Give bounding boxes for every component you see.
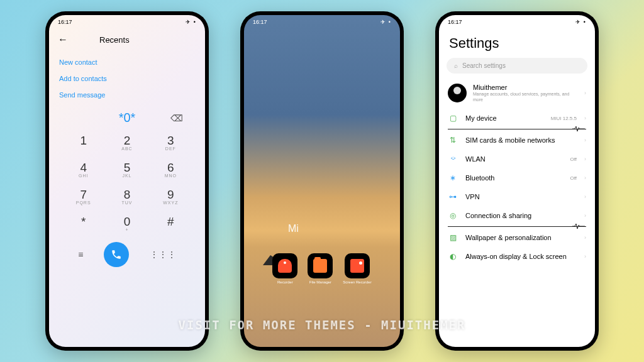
setting-row-vpn[interactable]: ⊶ VPN ›	[439, 187, 595, 206]
setting-icon: ⊶	[448, 192, 458, 201]
dialpad-key-2[interactable]: 2ABC	[105, 129, 148, 156]
dialpad-key-3[interactable]: 3DEF	[149, 129, 192, 156]
section-divider	[448, 129, 586, 129]
chevron-right-icon: ›	[584, 156, 586, 162]
settings-title: Settings	[439, 29, 595, 58]
dialpad-key-8[interactable]: 8TUV	[105, 183, 148, 210]
chevron-right-icon: ›	[584, 115, 586, 121]
status-time: 16:17	[448, 19, 462, 25]
search-input[interactable]: ⌕ Search settings	[447, 58, 587, 74]
chevron-right-icon: ›	[584, 212, 586, 219]
backspace-icon[interactable]: ⌫	[170, 113, 183, 123]
status-icons-right: ✈ •	[186, 19, 196, 25]
chevron-right-icon: ›	[584, 137, 586, 143]
dialpad-key-4[interactable]: 4GHI	[62, 156, 105, 183]
dialpad-key-6[interactable]: 6MNO	[149, 156, 192, 183]
status-bar: 16:17 ✈ •	[244, 15, 400, 29]
new-contact-link[interactable]: New contact	[59, 54, 195, 70]
setting-icon: ◎	[448, 211, 458, 220]
setting-row-bluetooth[interactable]: ∗ Bluetooth Off ›	[439, 168, 595, 187]
setting-icon: ⌔	[448, 155, 458, 163]
dialpad-key-9[interactable]: 9WXYZ	[149, 183, 192, 210]
search-icon: ⌕	[454, 62, 458, 69]
add-to-contacts-link[interactable]: Add to contacts	[59, 70, 195, 87]
chevron-right-icon: ›	[584, 175, 586, 181]
account-desc: Manage accounts, cloud services, payment…	[473, 91, 578, 102]
recorder-icon	[278, 259, 292, 273]
setting-row-connection-sharing[interactable]: ◎ Connection & sharing ›	[439, 206, 595, 225]
setting-icon: ▢	[448, 114, 458, 123]
dialed-number: *0*	[119, 107, 136, 129]
setting-row-wlan[interactable]: ⌔ WLAN Off ›	[439, 150, 595, 168]
back-icon[interactable]: ←	[58, 34, 68, 45]
setting-row-my-device[interactable]: ▢ My device MIUI 12.5.5 ›	[439, 109, 595, 128]
app-screen-recorder[interactable]: Screen Recorder	[343, 253, 371, 284]
app-file-manager[interactable]: File Manager	[308, 253, 333, 284]
setting-icon: ∗	[448, 173, 458, 182]
status-time: 16:17	[58, 19, 72, 25]
phone-settings: 16:17 ✈ • Settings ⌕ Search settings Miu…	[435, 11, 599, 351]
call-button[interactable]	[104, 242, 129, 267]
menu-icon[interactable]: ≡	[78, 250, 83, 260]
status-bar: 16:17 ✈ •	[49, 15, 205, 29]
phone-home: 16:17 ✈ • Mi Recorder File Manager Scree…	[240, 11, 404, 351]
setting-icon: ◐	[448, 252, 458, 261]
setting-row-wallpaper-personalization[interactable]: ▨ Wallpaper & personalization ›	[439, 228, 595, 247]
watermark-text: VISIT FOR MORE THEMES - MIUITHEMER	[179, 318, 466, 332]
dialpad-key-#[interactable]: #	[149, 210, 192, 237]
phone-icon	[111, 249, 122, 260]
status-icons-right: ✈ •	[575, 19, 586, 25]
section-divider	[448, 226, 586, 227]
setting-row-sim-cards-mobile-networks[interactable]: ⇅ SIM cards & mobile networks ›	[439, 131, 595, 150]
brand-text: Mi	[244, 223, 400, 234]
send-message-link[interactable]: Send message	[59, 87, 195, 103]
avatar	[448, 84, 467, 102]
chevron-right-icon: ›	[584, 194, 586, 200]
account-name: Miuithemer	[473, 84, 578, 91]
dialpad: 12ABC3DEF4GHI5JKL6MNO7PQRS8TUV9WXYZ*0+#	[49, 129, 205, 239]
dialpad-toggle-icon[interactable]: ⋮⋮⋮	[150, 250, 176, 260]
chevron-right-icon: ›	[584, 253, 586, 260]
dialpad-key-5[interactable]: 5JKL	[105, 156, 148, 183]
status-time: 16:17	[253, 19, 267, 25]
chevron-right-icon: ›	[584, 234, 586, 241]
search-placeholder: Search settings	[462, 62, 506, 69]
folder-icon	[313, 259, 327, 273]
app-recorder[interactable]: Recorder	[272, 253, 297, 284]
setting-row-always-on-display-lock-screen[interactable]: ◐ Always-on display & Lock screen ›	[439, 247, 595, 266]
setting-icon: ⇅	[448, 136, 458, 145]
dialpad-key-7[interactable]: 7PQRS	[62, 183, 105, 210]
account-row[interactable]: Miuithemer Manage accounts, cloud servic…	[439, 80, 595, 109]
setting-icon: ▨	[448, 233, 458, 242]
dialpad-key-1[interactable]: 1	[62, 129, 105, 156]
dialpad-key-0[interactable]: 0+	[105, 210, 148, 237]
chevron-right-icon: ›	[584, 90, 586, 96]
screen-recorder-icon	[350, 259, 364, 273]
status-bar: 16:17 ✈ •	[439, 15, 595, 29]
page-title: Recents	[99, 35, 130, 45]
status-icons-right: ✈ •	[380, 19, 391, 25]
dialpad-key-*[interactable]: *	[62, 210, 105, 237]
phone-dialer: 16:17 ✈ • ← Recents New contact Add to c…	[45, 11, 209, 351]
